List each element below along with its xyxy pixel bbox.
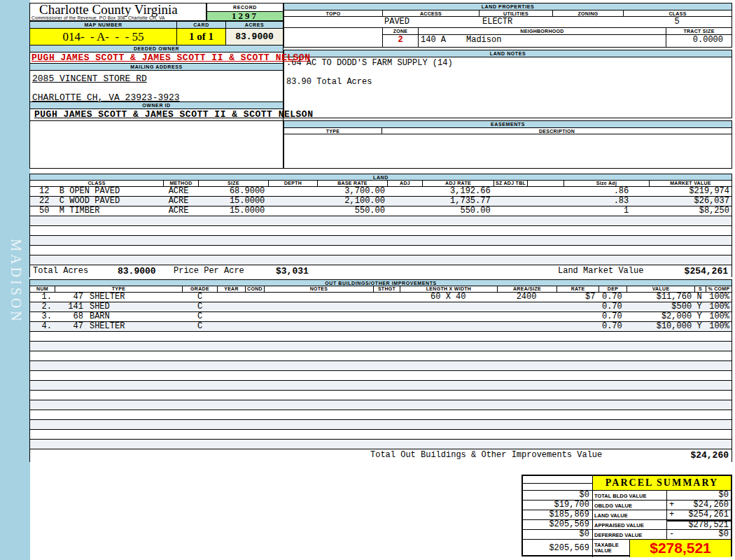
land-table-box: LAND CLASS METHOD SIZE DEPTH BASE RATE A… [29, 174, 732, 277]
land-blank [527, 187, 564, 196]
ob-dep: 0.70 [598, 302, 626, 312]
ob-grade: C [183, 293, 218, 302]
ob-value: $11,760 [626, 293, 694, 302]
land-depth [268, 206, 317, 216]
mailing-address-block: 2085 VINCENT STORE RD CHARLOTTE CH, VA 2… [30, 71, 283, 102]
land-size-adj-header: Size Adj [564, 181, 650, 186]
neighborhood-header: NEIGHBORHOOD [419, 28, 666, 34]
ps-amount: $24,260 [694, 500, 729, 510]
easement-type-header: TYPE [284, 128, 382, 134]
outbuildings-total-label: Total Out Buildings & Other Improvements… [370, 449, 602, 461]
land-notes-box: LAND NOTES .64 AC TO DODD'S FARM SUPPLY … [284, 50, 732, 118]
ob-sthgt [373, 293, 400, 302]
land-class: 50 M TIMBER [30, 206, 164, 216]
ob-value: $500 [626, 302, 694, 312]
easements-box: EASEMENTS TYPE DESCRIPTION [284, 120, 732, 169]
utilities-header: UTILITIES [479, 10, 553, 17]
land-table-title: LAND [30, 174, 732, 181]
parcel-summary-row: $185,869 LAND VALUE +$254,261 [523, 510, 731, 520]
ob-num: 4. [30, 322, 55, 331]
record-box: RECORD 1297 [206, 3, 284, 21]
land-properties-values: PAVED ELECTR 5 [284, 17, 732, 28]
address-line2: CHARLOTTE CH, VA 23923-3923 [32, 93, 180, 103]
ps-taxable-value: $278,521 [630, 540, 731, 557]
land-empty-row [30, 246, 732, 255]
ob-notes [264, 312, 373, 321]
land-notes-body: .64 AC TO DODD'S FARM SUPPLY (14) 83.90 … [284, 57, 732, 87]
map-number-value: 014- - A- - - 55 [30, 29, 177, 45]
easement-description-header: DESCRIPTION [382, 128, 732, 134]
zone-headers: ZONE NEIGHBORHOOD TRACT SIZE [383, 28, 732, 35]
land-market-value: $219,974 [648, 187, 732, 196]
land-depth [268, 187, 317, 196]
ob-type-name: SHELTER [90, 292, 125, 302]
card-value: 1 of 1 [177, 29, 226, 45]
land-blank [527, 197, 564, 206]
ob-s: N [694, 293, 705, 302]
land-base-rate: 3,700.00 [317, 187, 387, 196]
land-depth-header: DEPTH [269, 181, 318, 186]
parcel-summary-header-left [523, 476, 593, 490]
ob-value: $2,000 [626, 312, 694, 321]
acres-value: 83.9000 [226, 29, 283, 45]
land-row: 50 M TIMBER ACRE 15.0000 550.00 550.00 1… [30, 206, 732, 216]
outbuilding-empty-row [30, 391, 732, 400]
tract-size-header: TRACT SIZE [666, 28, 732, 34]
ob-year [217, 312, 245, 321]
ob-cond [245, 302, 264, 312]
land-adj-rate: 3,192.66 [422, 187, 493, 196]
ob-value-header: VALUE [627, 286, 695, 292]
ob-comp: 100% [705, 312, 732, 321]
land-market-value-header: MARKET VALUE [650, 181, 732, 186]
land-market-value-total: $254,261 [685, 265, 728, 277]
ob-area-header: AREA/SIZE [498, 286, 557, 292]
land-adj-rate: 550.00 [422, 206, 493, 216]
ob-comp: 100% [705, 293, 732, 302]
zone-header: ZONE [383, 28, 419, 34]
ps-amount: $0 [719, 491, 729, 500]
land-notes-title: LAND NOTES [284, 50, 732, 57]
ps-label: LAND VALUE [593, 510, 667, 519]
ob-type-name: SHED [90, 302, 110, 312]
ps-current-value: +$24,260 [667, 500, 731, 510]
outbuildings-title: OUT BUILDINGS/OTHER IMPROVEMENTS [30, 280, 732, 286]
outbuildings-total-value: $24,260 [690, 449, 729, 461]
ob-rate [556, 302, 598, 312]
ps-amount: $0 [719, 530, 729, 539]
ob-area: 2400 [497, 293, 556, 302]
ob-sthgt-header: STHGT [374, 286, 400, 292]
total-acres-label: Total Acres [33, 265, 88, 277]
outbuilding-empty-row [30, 361, 732, 371]
ps-current-value: -$0 [667, 530, 731, 539]
ob-sthgt [373, 302, 400, 312]
utilities-value: ELECTR [482, 17, 512, 27]
land-adj-rate: 1,735.77 [422, 197, 493, 206]
county-header-box: Charlotte County Virginia Commissioner o… [29, 3, 206, 21]
easements-headers: TYPE DESCRIPTION [284, 128, 732, 134]
outbuilding-row: 1. 47SHELTER C 60 X 40 2400 $7 0.70 $11,… [30, 293, 732, 302]
ob-type-header: TYPE [55, 286, 183, 292]
ob-cond [245, 312, 264, 321]
land-method: ACRE [164, 187, 199, 196]
acres-header: ACRES [226, 22, 283, 28]
outbuilding-empty-row [30, 342, 732, 351]
outbuilding-empty-row [30, 430, 732, 440]
ob-sthgt [373, 312, 400, 321]
land-method: ACRE [164, 197, 199, 206]
ob-type-code: 47 [55, 293, 83, 302]
ob-notes [264, 322, 373, 331]
land-market-value: $26,037 [648, 197, 732, 206]
district-label: MADISON [6, 236, 24, 327]
land-class: 22 C WOOD PAVED [30, 197, 164, 206]
deeded-owner-value: PUGH JAMES SCOTT & JAMES SCOTT II & SCOT… [30, 52, 283, 64]
neighborhood-code: 140 A [421, 35, 446, 46]
land-empty-row [30, 226, 732, 236]
land-class-header: CLASS [30, 181, 164, 186]
class-header: CLASS [624, 10, 732, 17]
ps-sign: + [669, 500, 674, 510]
land-base-rate: 2,100.00 [317, 197, 387, 206]
outbuilding-empty-row [30, 381, 732, 391]
land-row: 22 C WOOD PAVED ACRE 15.0000 2,100.00 1,… [30, 197, 732, 206]
land-size-adj: .83 [563, 197, 648, 206]
land-properties-box: LAND PROPERTIES TOPO ACCESS UTILITIES ZO… [284, 3, 732, 48]
